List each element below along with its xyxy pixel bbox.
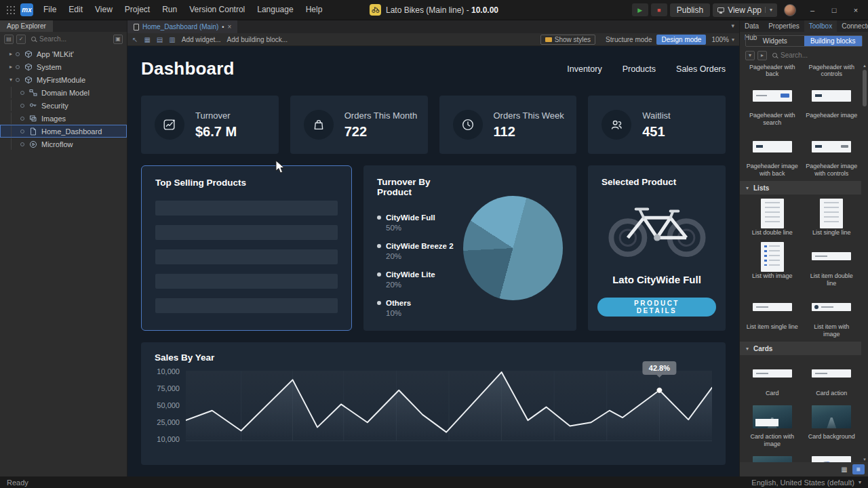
page-canvas[interactable]: Dashboard InventoryProductsSales Orders … bbox=[127, 46, 739, 476]
tree-item-domain-model[interactable]: Domain Model bbox=[0, 86, 127, 99]
building-block-pageheader-image[interactable]: Pageheader image bbox=[802, 77, 862, 128]
dock-tab-toolbox[interactable]: Toolbox bbox=[804, 20, 837, 32]
caret-down-icon[interactable]: ▾ bbox=[6, 77, 16, 83]
tab-list-caret-icon[interactable]: ▾ bbox=[731, 22, 734, 29]
tree-item-images[interactable]: Images bbox=[0, 112, 127, 125]
tree-item-system[interactable]: ▸System bbox=[0, 60, 127, 73]
building-block-card-action[interactable]: Card action bbox=[802, 355, 862, 399]
tab-close-icon[interactable]: × bbox=[227, 23, 231, 30]
add-building-block-button[interactable]: Add building block... bbox=[227, 36, 288, 43]
menu-file[interactable]: File bbox=[37, 0, 62, 20]
explorer-options-icon[interactable]: ▣ bbox=[113, 35, 123, 44]
tab-app-explorer[interactable]: App Explorer bbox=[0, 20, 53, 32]
view-app-button[interactable]: View App ▾ bbox=[713, 3, 777, 17]
run-button[interactable]: ▶ bbox=[632, 3, 648, 16]
tree-item-security[interactable]: Security bbox=[0, 99, 127, 112]
show-styles-button[interactable]: Show styles bbox=[540, 35, 595, 45]
menu-view[interactable]: View bbox=[89, 0, 119, 20]
building-blocks-toggle[interactable]: Building blocks bbox=[804, 36, 863, 46]
tree-item-app-mlkit[interactable]: ▸App 'MLKit' bbox=[0, 47, 127, 60]
nav-link-inventory[interactable]: Inventory bbox=[567, 64, 601, 74]
design-mode-button[interactable]: Design mode bbox=[656, 35, 706, 45]
selected-product-card[interactable]: Selected Product Lato bbox=[588, 165, 726, 331]
apps-grid-icon[interactable] bbox=[7, 6, 15, 14]
tree-item-microflow[interactable]: Microflow bbox=[0, 138, 127, 150]
menu-project[interactable]: Project bbox=[119, 0, 156, 20]
building-block-label[interactable]: Pageheader with controls bbox=[802, 64, 862, 77]
nav-link-products[interactable]: Products bbox=[623, 64, 656, 74]
building-block-list-double-line[interactable]: List double line bbox=[743, 195, 802, 238]
building-block-pageheader-with-search[interactable]: Pageheader with search bbox=[743, 77, 802, 128]
tab-home-dashboard[interactable]: Home_Dashboard (Main) • × bbox=[127, 20, 237, 33]
select-tool-icon[interactable]: ↖ bbox=[132, 36, 138, 43]
tree-item-label: Images bbox=[41, 115, 66, 123]
view-app-caret-icon[interactable]: ▾ bbox=[765, 7, 772, 13]
expand-all-icon[interactable]: ▸ bbox=[757, 51, 767, 60]
close-button[interactable]: × bbox=[846, 0, 865, 20]
menu-language[interactable]: Language bbox=[251, 0, 299, 20]
scroll-up-icon[interactable]: ▴ bbox=[863, 63, 866, 68]
explorer-search-input[interactable]: Search... bbox=[28, 34, 111, 44]
kpi-card-orders-this-week[interactable]: Orders This Week112 bbox=[439, 96, 577, 154]
layout-grid-icon[interactable]: ▦ bbox=[144, 36, 150, 43]
building-block-card-with-image[interactable]: Card with image bbox=[743, 449, 802, 462]
building-block-list-with-image[interactable]: List with image bbox=[743, 238, 802, 289]
turnover-by-product-card[interactable]: Turnover By Product CityWide Full50%City… bbox=[363, 165, 576, 331]
toolbox-scrollbar[interactable]: ▴ ▾ bbox=[861, 63, 868, 462]
top-selling-products-card[interactable]: Top Selling Products bbox=[141, 165, 352, 331]
menu-edit[interactable]: Edit bbox=[62, 0, 89, 20]
collapse-all-icon[interactable]: ▾ bbox=[745, 51, 755, 60]
filter-check-icon[interactable]: ✓ bbox=[16, 35, 26, 44]
scrollbar-thumb[interactable] bbox=[863, 70, 867, 106]
building-block-pageheader-image-with-back[interactable]: Pageheader image with back bbox=[743, 128, 802, 179]
zoom-control[interactable]: 100% ▾ bbox=[711, 36, 734, 43]
building-block-pageheader-image-with-controls[interactable]: Pageheader image with controls bbox=[802, 128, 862, 179]
tree-item-home-dashboard[interactable]: Home_Dashboard bbox=[0, 125, 127, 138]
toolbox-search-input[interactable]: Search... bbox=[770, 50, 863, 60]
building-block-list-item-single-line[interactable]: List item single line bbox=[743, 289, 802, 340]
layout-columns-icon[interactable]: ▥ bbox=[169, 36, 175, 43]
building-block-card-background[interactable]: Card background bbox=[802, 399, 862, 449]
publish-button[interactable]: Publish bbox=[670, 3, 710, 17]
nav-link-sales-orders[interactable]: Sales Orders bbox=[676, 64, 726, 74]
maximize-button[interactable]: □ bbox=[825, 0, 844, 20]
list-view-button[interactable]: ≡ bbox=[852, 464, 865, 474]
sort-icon[interactable]: ▤ bbox=[4, 35, 14, 44]
product-details-button[interactable]: PRODUCT DETAILS bbox=[597, 298, 716, 317]
dock-tab-properties[interactable]: Properties bbox=[764, 20, 804, 32]
minimize-button[interactable]: – bbox=[803, 0, 822, 20]
menu-help[interactable]: Help bbox=[300, 0, 329, 20]
sales-by-year-card[interactable]: Sales By Year 10,00075,00050,00025,00010… bbox=[141, 342, 726, 465]
building-block-list-single-line[interactable]: List single line bbox=[802, 195, 862, 238]
dock-tab-connector[interactable]: Connector bbox=[837, 20, 868, 32]
language-selector[interactable]: English, United States (default) ▾ bbox=[751, 479, 861, 487]
add-widget-button[interactable]: Add widget... bbox=[182, 36, 221, 43]
section-header-lists[interactable]: ▾Lists bbox=[740, 181, 868, 195]
building-block-label[interactable]: Pageheader with back bbox=[743, 64, 802, 77]
building-block-list-item-double-line[interactable]: List item double line bbox=[802, 238, 862, 289]
section-header-cards[interactable]: ▾Cards bbox=[740, 342, 868, 355]
scroll-down-icon[interactable]: ▾ bbox=[863, 457, 866, 462]
app-title: Lato Bikes (Main line) - bbox=[386, 5, 471, 15]
user-avatar[interactable] bbox=[784, 4, 796, 16]
kpi-card-turnover[interactable]: Turnover$6.7 M bbox=[141, 96, 279, 154]
menu-version-control[interactable]: Version Control bbox=[183, 0, 251, 20]
caret-right-icon[interactable]: ▸ bbox=[6, 64, 16, 70]
building-block-card[interactable]: Card bbox=[743, 355, 802, 399]
layout-rows-icon[interactable]: ▤ bbox=[157, 36, 163, 43]
widgets-toggle[interactable]: Widgets bbox=[746, 36, 804, 46]
kpi-card-waitlist[interactable]: Waitlist451 bbox=[588, 96, 726, 154]
structure-mode-button[interactable]: Structure mode bbox=[601, 35, 656, 45]
building-block-card-action-with-image[interactable]: Card action with image bbox=[743, 399, 802, 449]
dock-tab-data-hub[interactable]: Data Hub bbox=[740, 20, 764, 32]
stop-button[interactable]: ■ bbox=[651, 3, 667, 16]
grid-view-button[interactable]: ▦ bbox=[838, 464, 850, 474]
menu-run[interactable]: Run bbox=[156, 0, 183, 20]
mendix-logo[interactable]: mx bbox=[20, 3, 33, 16]
building-block-card-product[interactable]: Card Product bbox=[802, 449, 862, 462]
page-icon bbox=[28, 127, 37, 136]
tree-item-myfirstmodule[interactable]: ▾MyFirstModule bbox=[0, 73, 127, 86]
caret-right-icon[interactable]: ▸ bbox=[6, 51, 16, 57]
building-block-list-item-with-image[interactable]: List item with image bbox=[802, 289, 862, 340]
kpi-card-orders-this-month[interactable]: Orders This Month722 bbox=[290, 96, 428, 154]
